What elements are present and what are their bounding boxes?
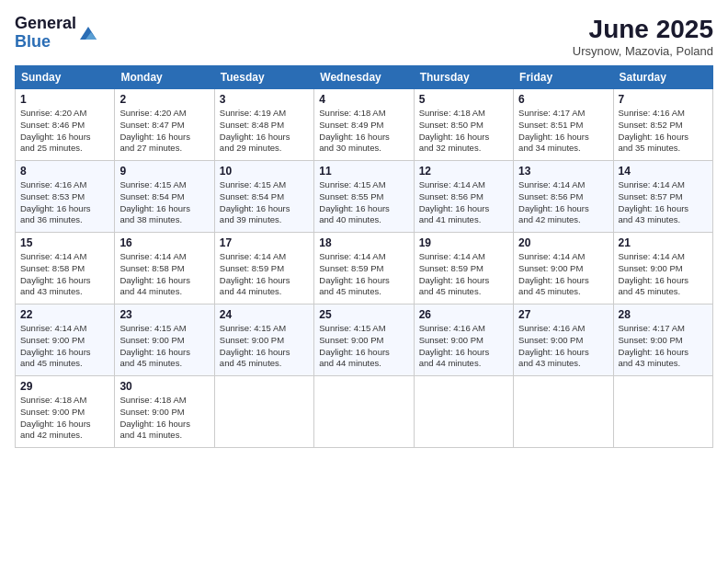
table-row: 29Sunrise: 4:18 AM Sunset: 9:00 PM Dayli… (16, 376, 115, 448)
day-number: 2 (119, 93, 209, 106)
col-sunday: Sunday (16, 66, 115, 89)
day-number: 4 (319, 93, 408, 106)
day-number: 14 (619, 165, 708, 178)
table-row: 21Sunrise: 4:14 AM Sunset: 9:00 PM Dayli… (613, 233, 712, 304)
day-info: Sunrise: 4:14 AM Sunset: 8:57 PM Dayligh… (619, 179, 708, 226)
day-number: 27 (518, 308, 608, 321)
day-info: Sunrise: 4:19 AM Sunset: 8:48 PM Dayligh… (220, 108, 309, 155)
calendar-week-row: 15Sunrise: 4:14 AM Sunset: 8:58 PM Dayli… (16, 233, 713, 304)
logo: General Blue (15, 15, 98, 52)
subtitle: Ursynow, Mazovia, Poland (573, 44, 713, 58)
day-info: Sunrise: 4:14 AM Sunset: 8:59 PM Dayligh… (419, 251, 508, 298)
logo-general: General (15, 15, 76, 33)
day-number: 12 (419, 165, 508, 178)
day-number: 9 (119, 165, 209, 178)
table-row: 4Sunrise: 4:18 AM Sunset: 8:49 PM Daylig… (314, 89, 414, 161)
day-number: 19 (419, 236, 508, 249)
header-row: Sunday Monday Tuesday Wednesday Thursday… (16, 66, 713, 89)
day-number: 7 (619, 93, 708, 106)
day-number: 5 (419, 93, 508, 106)
col-friday: Friday (514, 66, 613, 89)
day-number: 11 (319, 165, 408, 178)
table-row: 26Sunrise: 4:16 AM Sunset: 9:00 PM Dayli… (414, 304, 513, 376)
col-wednesday: Wednesday (314, 66, 414, 89)
table-row: 22Sunrise: 4:14 AM Sunset: 9:00 PM Dayli… (16, 304, 115, 376)
day-info: Sunrise: 4:20 AM Sunset: 8:47 PM Dayligh… (119, 108, 209, 155)
day-info: Sunrise: 4:14 AM Sunset: 8:58 PM Dayligh… (20, 251, 109, 298)
table-row (613, 376, 712, 448)
table-row (314, 376, 414, 448)
day-number: 8 (20, 165, 109, 178)
day-info: Sunrise: 4:16 AM Sunset: 8:52 PM Dayligh… (619, 108, 708, 155)
day-info: Sunrise: 4:16 AM Sunset: 9:00 PM Dayligh… (419, 323, 508, 370)
col-saturday: Saturday (613, 66, 712, 89)
day-info: Sunrise: 4:18 AM Sunset: 8:49 PM Dayligh… (319, 108, 408, 155)
day-info: Sunrise: 4:14 AM Sunset: 9:00 PM Dayligh… (20, 323, 109, 370)
table-row: 14Sunrise: 4:14 AM Sunset: 8:57 PM Dayli… (613, 161, 712, 233)
table-row: 30Sunrise: 4:18 AM Sunset: 9:00 PM Dayli… (115, 376, 214, 448)
day-info: Sunrise: 4:14 AM Sunset: 8:58 PM Dayligh… (119, 251, 209, 298)
day-number: 20 (518, 236, 608, 249)
table-row: 24Sunrise: 4:15 AM Sunset: 9:00 PM Dayli… (214, 304, 313, 376)
table-row: 7Sunrise: 4:16 AM Sunset: 8:52 PM Daylig… (613, 89, 712, 161)
day-number: 10 (220, 165, 309, 178)
day-info: Sunrise: 4:15 AM Sunset: 9:00 PM Dayligh… (220, 323, 309, 370)
day-info: Sunrise: 4:15 AM Sunset: 9:00 PM Dayligh… (319, 323, 408, 370)
day-number: 6 (518, 93, 608, 106)
day-info: Sunrise: 4:17 AM Sunset: 9:00 PM Dayligh… (619, 323, 708, 370)
day-info: Sunrise: 4:15 AM Sunset: 8:55 PM Dayligh… (319, 179, 408, 226)
header: General Blue June 2025 Ursynow, Mazovia,… (15, 15, 713, 58)
table-row: 20Sunrise: 4:14 AM Sunset: 9:00 PM Dayli… (514, 233, 613, 304)
day-number: 3 (220, 93, 309, 106)
day-info: Sunrise: 4:16 AM Sunset: 9:00 PM Dayligh… (518, 323, 608, 370)
day-info: Sunrise: 4:15 AM Sunset: 8:54 PM Dayligh… (220, 179, 309, 226)
day-number: 29 (20, 380, 109, 393)
table-row: 28Sunrise: 4:17 AM Sunset: 9:00 PM Dayli… (613, 304, 712, 376)
logo-icon (78, 23, 98, 43)
day-info: Sunrise: 4:16 AM Sunset: 8:53 PM Dayligh… (20, 179, 109, 226)
day-number: 25 (319, 308, 408, 321)
day-number: 18 (319, 236, 408, 249)
calendar-week-row: 1Sunrise: 4:20 AM Sunset: 8:46 PM Daylig… (16, 89, 713, 161)
day-info: Sunrise: 4:18 AM Sunset: 8:50 PM Dayligh… (419, 108, 508, 155)
day-number: 13 (518, 165, 608, 178)
table-row: 6Sunrise: 4:17 AM Sunset: 8:51 PM Daylig… (514, 89, 613, 161)
day-info: Sunrise: 4:14 AM Sunset: 9:00 PM Dayligh… (619, 251, 708, 298)
day-info: Sunrise: 4:15 AM Sunset: 8:54 PM Dayligh… (119, 179, 209, 226)
col-monday: Monday (115, 66, 214, 89)
day-number: 24 (220, 308, 309, 321)
title-block: June 2025 Ursynow, Mazovia, Poland (573, 15, 713, 58)
day-info: Sunrise: 4:14 AM Sunset: 8:59 PM Dayligh… (319, 251, 408, 298)
table-row: 25Sunrise: 4:15 AM Sunset: 9:00 PM Dayli… (314, 304, 414, 376)
table-row: 1Sunrise: 4:20 AM Sunset: 8:46 PM Daylig… (16, 89, 115, 161)
day-info: Sunrise: 4:14 AM Sunset: 8:56 PM Dayligh… (419, 179, 508, 226)
day-number: 1 (20, 93, 109, 106)
table-row (414, 376, 513, 448)
table-row: 17Sunrise: 4:14 AM Sunset: 8:59 PM Dayli… (214, 233, 313, 304)
calendar-week-row: 22Sunrise: 4:14 AM Sunset: 9:00 PM Dayli… (16, 304, 713, 376)
table-row: 5Sunrise: 4:18 AM Sunset: 8:50 PM Daylig… (414, 89, 513, 161)
table-row: 18Sunrise: 4:14 AM Sunset: 8:59 PM Dayli… (314, 233, 414, 304)
table-row: 15Sunrise: 4:14 AM Sunset: 8:58 PM Dayli… (16, 233, 115, 304)
page: General Blue June 2025 Ursynow, Mazovia,… (0, 0, 728, 563)
day-number: 15 (20, 236, 109, 249)
table-row: 27Sunrise: 4:16 AM Sunset: 9:00 PM Dayli… (514, 304, 613, 376)
table-row: 16Sunrise: 4:14 AM Sunset: 8:58 PM Dayli… (115, 233, 214, 304)
day-info: Sunrise: 4:14 AM Sunset: 8:59 PM Dayligh… (220, 251, 309, 298)
day-info: Sunrise: 4:15 AM Sunset: 9:00 PM Dayligh… (119, 323, 209, 370)
table-row: 2Sunrise: 4:20 AM Sunset: 8:47 PM Daylig… (115, 89, 214, 161)
calendar-week-row: 8Sunrise: 4:16 AM Sunset: 8:53 PM Daylig… (16, 161, 713, 233)
table-row: 3Sunrise: 4:19 AM Sunset: 8:48 PM Daylig… (214, 89, 313, 161)
table-row: 10Sunrise: 4:15 AM Sunset: 8:54 PM Dayli… (214, 161, 313, 233)
table-row: 23Sunrise: 4:15 AM Sunset: 9:00 PM Dayli… (115, 304, 214, 376)
table-row: 8Sunrise: 4:16 AM Sunset: 8:53 PM Daylig… (16, 161, 115, 233)
table-row: 11Sunrise: 4:15 AM Sunset: 8:55 PM Dayli… (314, 161, 414, 233)
table-row: 9Sunrise: 4:15 AM Sunset: 8:54 PM Daylig… (115, 161, 214, 233)
day-info: Sunrise: 4:18 AM Sunset: 9:00 PM Dayligh… (119, 395, 209, 442)
day-number: 21 (619, 236, 708, 249)
day-info: Sunrise: 4:20 AM Sunset: 8:46 PM Dayligh… (20, 108, 109, 155)
day-number: 16 (119, 236, 209, 249)
table-row: 12Sunrise: 4:14 AM Sunset: 8:56 PM Dayli… (414, 161, 513, 233)
day-info: Sunrise: 4:18 AM Sunset: 9:00 PM Dayligh… (20, 395, 109, 442)
day-number: 17 (220, 236, 309, 249)
